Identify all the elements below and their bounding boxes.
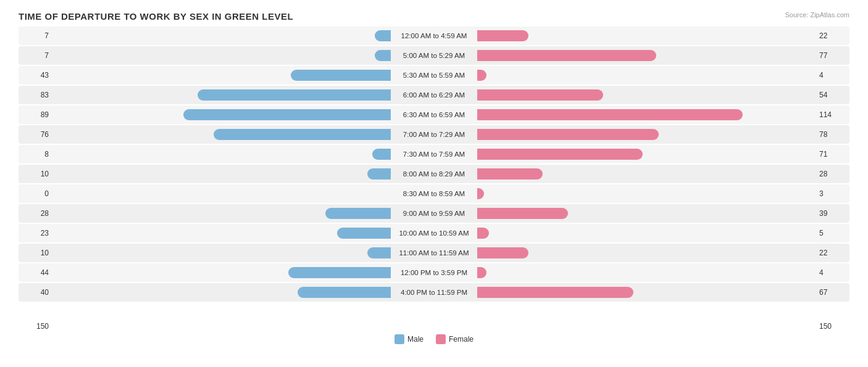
bars-wrapper: 6:30 AM to 6:59 AM [52, 105, 816, 124]
right-value: 22 [816, 31, 849, 40]
bar-section: 7:30 AM to 7:59 AM [52, 145, 816, 163]
left-value: 89 [19, 110, 52, 119]
bar-section: 4:00 PM to 11:59 PM [52, 283, 816, 302]
time-label: 12:00 AM to 4:59 AM [401, 32, 467, 39]
right-value: 22 [816, 249, 849, 257]
time-label: 12:00 PM to 3:59 PM [401, 269, 467, 276]
time-label: 8:00 AM to 8:29 AM [403, 170, 465, 178]
bar-section: 12:00 PM to 3:59 PM [52, 263, 816, 282]
legend-female: Female [436, 334, 474, 344]
left-value: 10 [19, 249, 52, 257]
bars-wrapper: 7:30 AM to 7:59 AM [52, 145, 816, 163]
time-label: 4:00 PM to 11:59 PM [401, 289, 467, 296]
left-value: 76 [19, 130, 52, 139]
right-value: 77 [816, 51, 849, 60]
axis-row: 150 150 [19, 322, 849, 331]
bar-section: 6:00 AM to 6:29 AM [52, 86, 816, 104]
bars-wrapper: 10:00 AM to 10:59 AM [52, 224, 816, 242]
bar-section: 5:00 AM to 5:29 AM [52, 46, 816, 65]
chart-row: 10 11:00 AM to 11:59 AM 22 [19, 244, 849, 262]
right-value: 71 [816, 150, 849, 159]
female-bar [477, 109, 743, 120]
bars-wrapper: 6:00 AM to 6:29 AM [52, 86, 816, 104]
legend-male-box [394, 334, 404, 344]
female-bar [477, 287, 633, 298]
chart-row: 10 8:00 AM to 8:29 AM 28 [19, 165, 849, 183]
right-value: 67 [816, 288, 849, 297]
chart-container: TIME OF DEPARTURE TO WORK BY SEX IN GREE… [0, 0, 868, 367]
male-bar [367, 168, 391, 179]
legend-male: Male [394, 334, 424, 344]
male-bar [198, 89, 391, 101]
chart-title: TIME OF DEPARTURE TO WORK BY SEX IN GREE… [19, 11, 849, 22]
bars-wrapper: 12:00 PM to 3:59 PM [52, 263, 816, 282]
bars-wrapper: 11:00 AM to 11:59 AM [52, 244, 816, 262]
chart-row: 83 6:00 AM to 6:29 AM 54 [19, 86, 849, 104]
male-bar [372, 149, 391, 160]
male-bar [375, 50, 391, 61]
time-label: 9:00 AM to 9:59 AM [403, 210, 465, 217]
left-value: 43 [19, 71, 52, 80]
female-bar [477, 188, 484, 199]
right-value: 114 [816, 110, 849, 119]
time-label: 5:00 AM to 5:29 AM [403, 52, 465, 59]
legend-female-label: Female [449, 335, 474, 344]
chart-row: 44 12:00 PM to 3:59 PM 4 [19, 263, 849, 282]
chart-row: 7 12:00 AM to 4:59 AM 22 [19, 27, 849, 45]
bars-wrapper: 9:00 AM to 9:59 AM [52, 204, 816, 223]
female-bar [477, 149, 643, 160]
right-value: 4 [816, 268, 849, 277]
male-bar [291, 70, 391, 81]
male-bar [298, 287, 391, 298]
female-bar [477, 247, 528, 258]
chart-row: 8 7:30 AM to 7:59 AM 71 [19, 145, 849, 163]
time-label: 7:00 AM to 7:29 AM [403, 131, 465, 138]
bar-section: 8:00 AM to 8:29 AM [52, 165, 816, 183]
left-value: 44 [19, 268, 52, 277]
right-value: 54 [816, 91, 849, 99]
male-bar [214, 129, 391, 140]
right-value: 28 [816, 170, 849, 178]
bars-wrapper: 12:00 AM to 4:59 AM [52, 27, 816, 45]
time-label: 8:30 AM to 8:59 AM [403, 190, 465, 197]
male-bar [325, 208, 391, 219]
chart-row: 28 9:00 AM to 9:59 AM 39 [19, 204, 849, 223]
male-bar [375, 30, 391, 41]
bar-section: 6:30 AM to 6:59 AM [52, 105, 816, 124]
male-bar [288, 267, 391, 278]
right-value: 39 [816, 209, 849, 218]
right-value: 4 [816, 71, 849, 80]
left-value: 28 [19, 209, 52, 218]
right-value: 78 [816, 130, 849, 139]
time-label: 7:30 AM to 7:59 AM [403, 151, 465, 158]
male-bar [367, 247, 391, 258]
male-bar [183, 109, 391, 120]
bars-wrapper: 4:00 PM to 11:59 PM [52, 283, 816, 302]
left-value: 83 [19, 91, 52, 99]
chart-area: 7 12:00 AM to 4:59 AM 22 7 5:00 AM to 5:… [19, 27, 849, 321]
bar-section: 10:00 AM to 10:59 AM [52, 224, 816, 242]
chart-row: 76 7:00 AM to 7:29 AM 78 [19, 125, 849, 144]
bar-section: 7:00 AM to 7:29 AM [52, 125, 816, 144]
female-bar [477, 129, 659, 140]
bars-wrapper: 8:00 AM to 8:29 AM [52, 165, 816, 183]
axis-left-label: 150 [19, 322, 52, 331]
left-value: 0 [19, 189, 52, 198]
female-bar [477, 228, 489, 239]
female-bar [477, 89, 603, 101]
left-value: 7 [19, 31, 52, 40]
chart-row: 40 4:00 PM to 11:59 PM 67 [19, 283, 849, 302]
bars-wrapper: 5:30 AM to 5:59 AM [52, 66, 816, 85]
right-value: 3 [816, 189, 849, 198]
left-value: 10 [19, 170, 52, 178]
female-bar [477, 267, 486, 278]
source-label: Source: ZipAtlas.com [785, 11, 849, 19]
chart-row: 0 8:30 AM to 8:59 AM 3 [19, 184, 849, 203]
bar-section: 5:30 AM to 5:59 AM [52, 66, 816, 85]
bar-section: 12:00 AM to 4:59 AM [52, 27, 816, 45]
bars-wrapper: 8:30 AM to 8:59 AM [52, 184, 816, 203]
chart-row: 7 5:00 AM to 5:29 AM 77 [19, 46, 849, 65]
chart-row: 43 5:30 AM to 5:59 AM 4 [19, 66, 849, 85]
right-value: 5 [816, 229, 849, 237]
time-label: 11:00 AM to 11:59 AM [399, 249, 469, 257]
